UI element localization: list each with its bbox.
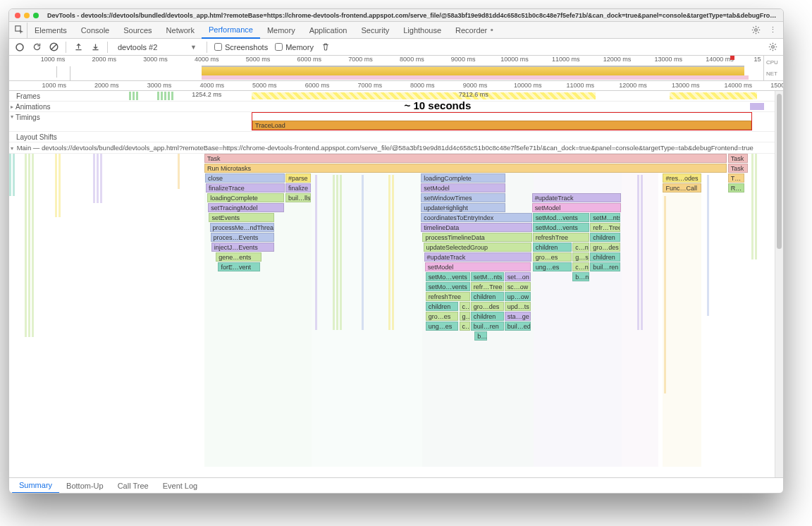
flame-task[interactable]: Task (728, 164, 748, 173)
flame-set-events[interactable]: setEvents (209, 213, 273, 222)
flame-setmo-vents1[interactable]: setMo…vents (426, 272, 470, 281)
flame-children2[interactable]: children (533, 243, 572, 252)
flame-set-tracing-model[interactable]: setTracingModel (208, 203, 284, 212)
download-icon[interactable] (90, 42, 100, 52)
tab-network[interactable]: Network (159, 22, 202, 38)
flame-grodes2[interactable]: gro…des (471, 302, 504, 311)
flame-update-track2[interactable]: #updateTrack (424, 252, 531, 262)
flame-set-window-times[interactable]: setWindowTimes (421, 193, 505, 202)
flame-refresh-tree2[interactable]: refreshTree (426, 292, 470, 301)
zoom-icon[interactable] (33, 13, 39, 18)
flame-loading-complete2[interactable]: loadingComplete (207, 193, 284, 202)
vertical-scrollbar[interactable] (775, 91, 783, 477)
flame-setmod-vents1[interactable]: setMod…vents (533, 213, 589, 222)
btab-event-log[interactable]: Event Log (156, 478, 205, 493)
track-timings[interactable]: ▸Timings TraceLoad (9, 112, 783, 132)
tab-elements[interactable]: Elements (27, 22, 74, 38)
flame-c1[interactable]: c… (460, 302, 470, 311)
track-layout-shifts[interactable]: Layout Shifts (9, 132, 783, 142)
tab-security[interactable]: Security (354, 22, 396, 38)
tab-console[interactable]: Console (74, 22, 116, 38)
flame-groes2[interactable]: gro…es (426, 312, 459, 321)
flame-close[interactable]: close (205, 173, 285, 183)
flame-refr-tree1[interactable]: refr…Tree (590, 223, 620, 232)
flame-chart[interactable]: Task Task Run Microtasks Task close #par… (9, 154, 775, 477)
flame-finalize-trace[interactable]: finalizeTrace (206, 183, 285, 192)
flame-children4[interactable]: children (471, 292, 504, 301)
trash-icon[interactable] (321, 42, 331, 52)
inspect-element-icon[interactable] (12, 23, 27, 38)
main-thread-header[interactable]: ▸ Main — devtools://devtools/bundled/dev… (9, 142, 783, 154)
flame-r[interactable]: R… (728, 183, 744, 192)
record-icon[interactable] (15, 42, 25, 52)
track-frames[interactable]: Frames 1254.2 ms 7212.6 ms (9, 91, 783, 102)
flame-children5[interactable]: children (426, 302, 459, 311)
timeline-ruler[interactable]: 1000 ms 2000 ms 3000 ms 4000 ms 5000 ms … (9, 81, 783, 91)
flame-builren1[interactable]: buil…ren (590, 262, 620, 271)
timeline-overview[interactable]: 1000 ms 2000 ms 3000 ms 4000 ms 5000 ms … (9, 56, 783, 81)
flame-run-microtasks[interactable]: Run Microtasks (204, 164, 727, 173)
flame-groes1[interactable]: gro…es (533, 252, 572, 262)
flame-children6[interactable]: children (471, 312, 504, 321)
capture-settings-icon[interactable] (768, 42, 777, 52)
flame-unges2[interactable]: ung…es (426, 322, 459, 331)
flame-process-timeline-data[interactable]: processTimelineData (422, 233, 531, 242)
tab-application[interactable]: Application (302, 22, 355, 38)
flame-timeline-data[interactable]: timelineData (421, 223, 531, 232)
track-animations[interactable]: ▸Animations ~ 10 seconds (9, 102, 783, 112)
flame-setmodel[interactable]: setModel (421, 183, 505, 192)
flame-seton[interactable]: set…on (505, 272, 531, 281)
settings-icon[interactable] (751, 25, 761, 35)
flame-func-call[interactable]: Func…Call (663, 183, 701, 192)
flame-task[interactable]: Task (728, 154, 748, 163)
flame-buil-lls[interactable]: buil…lls (285, 193, 311, 202)
flame-process-threads[interactable]: processMe…ndThreads (210, 223, 274, 232)
flame-coords-to-entry[interactable]: coordinatesToEntryIndex (421, 213, 531, 222)
flame-setm-nts[interactable]: setM…nts (590, 213, 620, 222)
btab-bottom-up[interactable]: Bottom-Up (59, 478, 111, 493)
flame-refresh-tree1[interactable]: refreshTree (533, 233, 589, 242)
close-icon[interactable] (15, 13, 20, 18)
screenshots-checkbox[interactable]: Screenshots (214, 43, 268, 51)
flame-unges[interactable]: ung…es (533, 262, 572, 271)
flame-inject-j-events[interactable]: injectJ…Events (211, 243, 274, 252)
flame-upow[interactable]: up…ow (505, 292, 531, 301)
flame-scow[interactable]: sc…ow (505, 282, 531, 291)
flame-cn2[interactable]: c…n (572, 262, 589, 271)
minimize-icon[interactable] (24, 13, 30, 18)
flame-b2[interactable]: b… (474, 331, 486, 341)
flame-task[interactable]: Task (204, 154, 727, 163)
flame-update-selected-group[interactable]: updateSelectedGroup (424, 243, 531, 252)
tab-performance[interactable]: Performance (202, 23, 260, 39)
reload-icon[interactable] (32, 42, 42, 52)
upload-icon[interactable] (73, 42, 83, 52)
flame-setmod-vents2[interactable]: setMod…vents (533, 223, 589, 232)
flame-loading-complete[interactable]: loadingComplete (421, 173, 505, 183)
flame-t[interactable]: T… (728, 173, 744, 183)
flame-cn1[interactable]: c…n (572, 243, 589, 252)
flame-update-track1[interactable]: #updateTrack (532, 193, 621, 202)
btab-summary[interactable]: Summary (12, 479, 59, 494)
flame-builed[interactable]: buil…ed (505, 322, 531, 331)
flame-for-event[interactable]: forE…vent (218, 262, 260, 271)
flame-c2[interactable]: c… (460, 322, 470, 331)
flame-gene-ents[interactable]: gene…ents (216, 252, 262, 262)
flame-gs1[interactable]: g…s (572, 252, 589, 262)
traceload-bar[interactable]: TraceLoad (252, 121, 751, 130)
memory-checkbox[interactable]: Memory (275, 43, 314, 51)
tab-memory[interactable]: Memory (260, 22, 302, 38)
flame-children1[interactable]: children (590, 233, 620, 242)
flame-grodes[interactable]: gro…des (590, 243, 620, 252)
flame-set-model3[interactable]: setModel (425, 262, 531, 271)
profile-select[interactable]: devtools #2▼ (115, 43, 199, 51)
tab-recorder[interactable]: Recorder ⚬ (448, 22, 502, 38)
flame-children3[interactable]: children (590, 252, 620, 262)
btab-call-tree[interactable]: Call Tree (111, 478, 156, 493)
flame-setmo-vents2[interactable]: setMo…vents (426, 282, 470, 291)
flame-refr-tree2[interactable]: refr…Tree (471, 282, 504, 291)
flame-parse[interactable]: #parse (285, 173, 311, 183)
flame-update-highlight[interactable]: updateHighlight (421, 203, 505, 212)
window-controls[interactable] (15, 13, 39, 18)
flame-proces-events[interactable]: proces…Events (211, 233, 274, 242)
flame-setm-nts2[interactable]: setM…nts (471, 272, 504, 281)
